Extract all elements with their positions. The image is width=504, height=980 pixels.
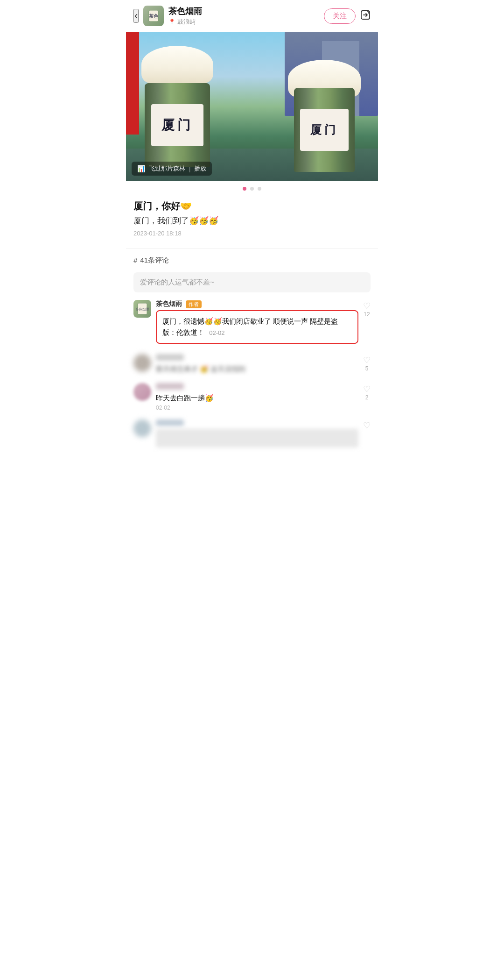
hero-image-container: 厦门 厦门 📊 飞过那片森林 | 播放 [126,32,378,181]
music-title: 飞过那片森林 [149,164,185,173]
comment-featured-content: 茶色烟雨 作者 厦门，很遗憾🥳🥳我们闭店歇业了 顺便说一声 隔壁是盗版：伦敦道！… [156,300,358,346]
featured-author: 茶色烟雨 [156,300,182,308]
location-text: 鼓浪屿 [177,18,196,26]
comment-2-name [156,354,184,361]
brand-logo-icon: 茶色 [146,8,161,23]
share-button[interactable] [360,10,371,22]
bamboo-left: 厦门 [145,83,210,167]
comment-4-name [156,419,184,426]
featured-like[interactable]: ♡ 12 [363,300,371,318]
label-right: 厦门 [300,109,349,151]
comment-4: ♡ [133,419,371,447]
like-icon-3: ♡ [363,384,371,394]
music-divider: | [189,165,190,172]
comment-featured-meta: 茶色烟雨 作者 [156,300,358,308]
comment-2-like[interactable]: ♡ 5 [363,354,371,372]
share-icon [360,10,371,20]
comments-prompt[interactable]: 爱评论的人运气都不差~ [133,272,371,292]
dot-1[interactable] [243,187,246,191]
location-row: 📍 鼓浪屿 [168,18,324,26]
comment-3-name [156,383,184,390]
comment-featured-avatar[interactable]: 茶色烟雨 [133,300,151,318]
comment-4-text [156,429,358,447]
like-icon-featured: ♡ [363,301,371,311]
cup-right: 厦门 [294,60,355,172]
hero-scene: 厦门 厦门 📊 飞过那片森林 | 播放 [126,32,378,181]
brand-name: 茶色烟雨 [168,6,324,17]
back-button[interactable]: ‹ [133,9,139,23]
comment-4-like[interactable]: ♡ [363,419,371,431]
comment-2-content: 那天得怎来才 🥳 这天没找到 [156,354,358,375]
cream-left [141,46,213,83]
comment-3-text: 昨天去白跑一趟🥳 [156,392,358,404]
like-icon-2: ♡ [363,355,371,365]
comment-3-time: 02-02 [156,405,358,411]
music-play: 播放 [194,164,206,173]
comment-3-content: 昨天去白跑一趟🥳 02-02 [156,383,358,411]
brand-avatar[interactable]: 茶色 [143,6,164,26]
comments-section: # 41条评论 爱评论的人运气都不差~ 茶色烟雨 茶色烟雨 作者 厦门，很遗憾🥳… [126,256,378,447]
comment-3: 昨天去白跑一趟🥳 02-02 ♡ 2 [133,383,371,411]
featured-comment-text: 厦门，很遗憾🥳🥳我们闭店歇业了 顺便说一声 隔壁是盗版：伦敦道！ [162,317,338,336]
post-content: 厦门，你好🤝 厦门，我们到了🥳🥳🥳 2023-01-20 18:18 [126,194,378,246]
prompt-text: 爱评论的人运气都不差~ [140,278,214,287]
comment-4-content [156,419,358,447]
featured-comment-time: 02-02 [209,329,224,336]
bamboo-right: 厦门 [294,88,355,172]
separator-1 [126,248,378,249]
svg-text:茶色烟雨: 茶色烟雨 [136,307,149,312]
header: ‹ 茶色 茶色烟雨 📍 鼓浪屿 关注 [126,0,378,32]
building-left [126,32,139,135]
dot-3[interactable] [258,187,261,191]
image-dots [126,181,378,194]
comment-2-text: 那天得怎来才 🥳 这天没找到 [156,363,358,375]
featured-badge: 作者 [186,300,202,308]
like-count-featured: 12 [364,311,370,318]
comment-3-like[interactable]: ♡ 2 [363,383,371,401]
post-time: 2023-01-20 18:18 [133,230,371,237]
location-icon: 📍 [168,19,175,25]
label-left: 厦门 [151,104,203,146]
comments-header: # 41条评论 [133,256,371,265]
comments-count-icon: # [133,256,137,264]
cup-left: 厦门 [145,46,210,167]
comment-3-avatar[interactable] [133,383,151,401]
comment-2: 那天得怎来才 🥳 这天没找到 ♡ 5 [133,354,371,375]
follow-button[interactable]: 关注 [324,8,356,24]
header-info: 茶色烟雨 📍 鼓浪屿 [168,6,324,26]
comments-count: 41条评论 [140,256,169,265]
dot-2[interactable] [250,187,254,191]
comment-4-avatar[interactable] [133,419,151,437]
post-subtitle: 厦门，我们到了🥳🥳🥳 [133,215,371,226]
featured-comment-box: 厦门，很遗憾🥳🥳我们闭店歇业了 顺便说一声 隔壁是盗版：伦敦道！ 02-02 [156,310,358,344]
header-actions: 关注 [324,8,371,24]
music-icon: 📊 [137,165,145,172]
comment-2-avatar[interactable] [133,354,151,372]
like-count-3: 2 [365,394,369,401]
post-title: 厦门，你好🤝 [133,200,371,213]
like-count-2: 5 [365,365,369,372]
comment-featured: 茶色烟雨 茶色烟雨 作者 厦门，很遗憾🥳🥳我们闭店歇业了 顺便说一声 隔壁是盗版… [133,300,371,346]
like-icon-4: ♡ [363,420,371,431]
svg-text:茶色: 茶色 [149,14,159,19]
featured-avatar-icon: 茶色烟雨 [136,302,149,315]
music-bar[interactable]: 📊 飞过那片森林 | 播放 [132,162,212,176]
